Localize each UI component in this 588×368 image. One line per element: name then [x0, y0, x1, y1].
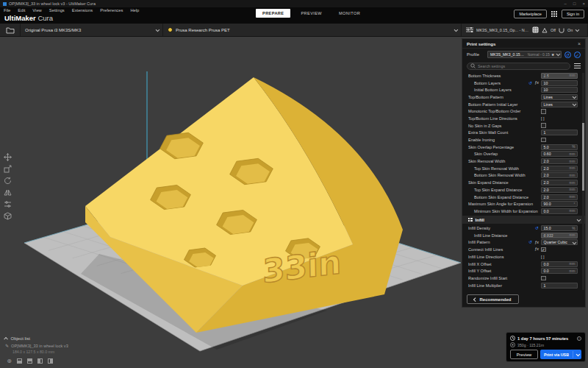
setting-label: Maximum Skin Angle for Expansion: [468, 202, 539, 206]
setting-value-field[interactable]: 6.933mm: [541, 233, 578, 238]
recommended-mode-button[interactable]: Recommended: [467, 294, 519, 304]
object-list-header[interactable]: Object list: [5, 336, 68, 341]
setting-value-field[interactable]: 2.0mm: [541, 187, 578, 193]
setting-value-field[interactable]: 0.60mm: [541, 151, 578, 157]
chevron-down-icon: [573, 102, 576, 105]
profile-value: MK3S_MK3_0.15_Optimal: [490, 52, 526, 57]
setting-label: Infill Line Directions: [468, 255, 539, 259]
sign-in-button[interactable]: Sign in: [562, 10, 584, 18]
setting-value-field[interactable]: 0.0mm: [541, 268, 578, 274]
menu-settings[interactable]: Settings: [49, 8, 65, 13]
setting-value-field[interactable]: 5.0%: [541, 144, 578, 150]
setting-dropdown[interactable]: Lines: [541, 102, 578, 107]
settings-scrollbar[interactable]: [582, 73, 584, 290]
material-selector[interactable]: Prusa Research Prusa PET: [163, 24, 462, 36]
preview-button[interactable]: Preview: [510, 350, 538, 359]
collapse-icon: [4, 337, 8, 341]
view-left-icon[interactable]: [37, 358, 43, 364]
setting-value-field[interactable]: 2.0mm: [541, 166, 578, 171]
profile-dropdown[interactable]: MK3S_MK3_0.15_Optimal Normal - 0.15mm ★: [487, 51, 562, 58]
revert-icon[interactable]: ↺: [535, 226, 539, 230]
configuration-bar: Original Prusa i3 MK3S/MK3 Prusa Researc…: [0, 24, 588, 37]
setting-row: Infill Y Offset0.0mm: [462, 267, 585, 275]
keep-changes-icon[interactable]: ✓: [574, 52, 581, 58]
mirror-tool-icon[interactable]: [1, 187, 13, 197]
object-list-item[interactable]: ✎ OP[MMK3]_33 in wheel lock v3: [5, 343, 68, 348]
setting-checkbox[interactable]: [541, 123, 546, 128]
setting-checkbox[interactable]: [541, 109, 546, 114]
scrollbar-thumb[interactable]: [582, 123, 584, 191]
view-front-icon[interactable]: [16, 358, 23, 364]
setting-dropdown[interactable]: Quarter Cubic: [541, 239, 578, 245]
setting-value-field[interactable]: 1.5mm: [541, 73, 578, 79]
setting-value-field[interactable]: 0.0mm: [541, 261, 578, 267]
setting-value-field[interactable]: 2.0mm: [541, 158, 578, 164]
discard-changes-icon[interactable]: ↺: [564, 52, 571, 58]
setting-value-field[interactable]: 90.0°: [541, 201, 578, 207]
support-blocker-icon[interactable]: [1, 210, 13, 221]
per-model-settings-icon[interactable]: [1, 199, 13, 209]
menu-preferences[interactable]: Preferences: [100, 8, 123, 13]
search-icon: [470, 63, 476, 68]
object-dimensions: 184.0 x 127.5 x 80.0 mm: [5, 350, 68, 354]
setting-value-field[interactable]: 2.0mm: [541, 172, 578, 178]
close-icon[interactable]: ×: [582, 1, 585, 6]
setting-value-field[interactable]: 1: [541, 130, 578, 135]
app-header: File Edit View Settings Extensions Prefe…: [0, 7, 588, 24]
marketplace-button[interactable]: Marketplace: [514, 10, 546, 18]
tab-monitor[interactable]: MONITOR: [332, 9, 367, 18]
setting-value: Quarter Cubic: [544, 240, 567, 244]
setting-value-field[interactable]: 0.0mm: [541, 208, 578, 214]
setting-value-field[interactable]: 2.0mm: [541, 194, 578, 200]
chevron-down-icon: [576, 27, 579, 31]
material-usage-estimate: 350g · 115.21m: [517, 343, 581, 347]
setting-dropdown[interactable]: Lines: [541, 94, 578, 100]
apps-grid-icon[interactable]: [551, 11, 557, 17]
menu-file[interactable]: File: [4, 8, 10, 13]
setting-value-field[interactable]: 10: [541, 87, 578, 93]
settings-category-infill[interactable]: Infill: [462, 216, 585, 224]
setting-row: Infill Line Distance6.933mm: [462, 232, 585, 239]
view-3d-icon[interactable]: ⊕: [6, 358, 12, 364]
close-icon[interactable]: ×: [578, 41, 581, 46]
open-file-button[interactable]: [0, 24, 21, 36]
maximize-icon[interactable]: □: [573, 1, 576, 6]
setting-value: 2.0: [544, 166, 549, 171]
tab-preview[interactable]: PREVIEW: [294, 9, 329, 18]
setting-checkbox[interactable]: [541, 276, 546, 281]
setting-value-text[interactable]: [ ]: [541, 116, 545, 121]
setting-value-field[interactable]: 2.0mm: [541, 180, 578, 185]
menu-help[interactable]: Help: [130, 8, 139, 13]
setting-checkbox[interactable]: ✓: [541, 247, 546, 252]
view-top-icon[interactable]: [26, 358, 33, 364]
menu-view[interactable]: View: [32, 8, 41, 13]
search-input[interactable]: [478, 64, 567, 68]
setting-value-text[interactable]: [ ]: [541, 255, 545, 259]
revert-icon[interactable]: ↺: [528, 240, 532, 244]
revert-icon[interactable]: ↺: [528, 81, 532, 85]
setting-value-field[interactable]: 15.0%: [541, 225, 578, 231]
minimize-icon[interactable]: –: [564, 1, 567, 6]
action-panel: 1 day 7 hours 57 minutes i 350g · 115.21…: [506, 332, 586, 362]
setting-label: Bottom Skin Expand Distance: [468, 195, 539, 199]
printer-selector[interactable]: Original Prusa i3 MK3S/MK3: [21, 24, 163, 36]
info-icon[interactable]: i: [577, 336, 581, 341]
move-tool-icon[interactable]: [1, 152, 13, 162]
menu-extensions[interactable]: Extensions: [72, 8, 93, 13]
menu-edit[interactable]: Edit: [18, 8, 25, 13]
setting-value-field[interactable]: 1: [541, 283, 578, 289]
setting-label: Initial Bottom Layers: [468, 88, 539, 92]
setting-row: Infill Line Multiplier1: [462, 282, 585, 289]
scale-tool-icon[interactable]: [1, 163, 13, 174]
setting-visibility-menu-icon[interactable]: [574, 63, 581, 68]
setting-checkbox[interactable]: [541, 138, 546, 143]
logo-product: Cura: [37, 14, 53, 22]
rotate-tool-icon[interactable]: [1, 175, 13, 185]
print-via-usb-button[interactable]: Print via USB: [540, 350, 581, 359]
view-right-icon[interactable]: [47, 358, 54, 364]
search-field[interactable]: [467, 63, 570, 70]
tab-prepare[interactable]: PREPARE: [256, 9, 290, 18]
setting-value-field[interactable]: 10: [541, 80, 578, 86]
setting-label: Skin Overlap Percentage: [468, 145, 539, 149]
print-setup-selector[interactable]: MK3S_MK3_0.15_Op... - Normal - 0.15mm Of…: [462, 24, 588, 36]
